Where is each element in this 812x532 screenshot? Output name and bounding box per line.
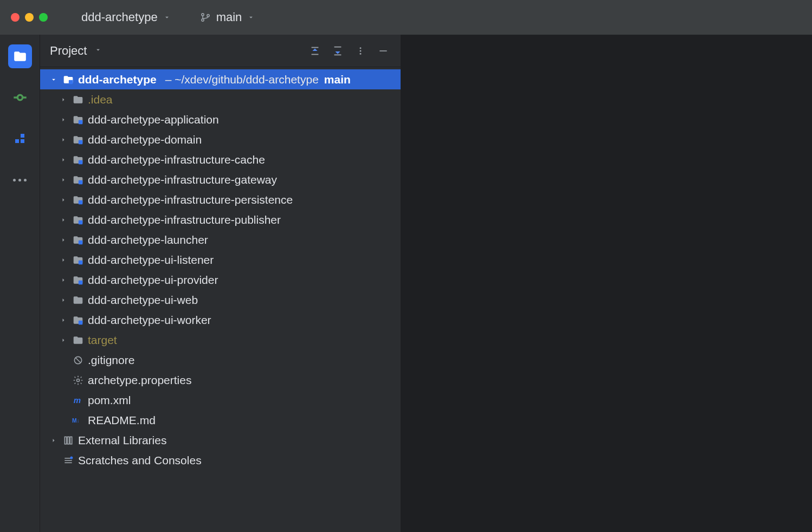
chevron-down-icon — [247, 10, 255, 24]
chevron-right-icon[interactable] — [59, 257, 68, 263]
tree-item[interactable]: ddd-archetype-launcher — [40, 230, 401, 250]
svg-point-26 — [77, 379, 80, 381]
branch-selector[interactable]: main — [194, 7, 262, 28]
svg-rect-19 — [79, 220, 83, 224]
tree-item-label: archetype.properties — [88, 374, 191, 387]
chevron-right-icon[interactable] — [59, 237, 68, 243]
svg-point-2 — [207, 15, 209, 17]
chevron-right-icon[interactable] — [59, 137, 68, 143]
svg-point-3 — [17, 95, 22, 100]
chevron-down-icon[interactable] — [94, 46, 102, 56]
tree-item-label: ddd-archetype-infrastructure-cache — [88, 153, 265, 166]
tree-scratches[interactable]: Scratches and Consoles — [40, 450, 401, 470]
tree-item[interactable]: ddd-archetype-infrastructure-cache — [40, 150, 401, 170]
tree-item[interactable]: ddd-archetype-ui-provider — [40, 270, 401, 290]
maven-file-icon: m — [72, 395, 85, 406]
project-name-label: ddd-archetype — [81, 10, 158, 24]
branch-icon — [200, 12, 211, 23]
module-folder-icon — [72, 275, 85, 286]
expand-all-button[interactable] — [330, 43, 345, 59]
tree-item-label: ddd-archetype-application — [88, 113, 219, 126]
module-folder-icon — [62, 74, 75, 85]
more-icon — [13, 179, 27, 181]
commit-icon — [12, 90, 28, 105]
tree-item-label: External Libraries — [78, 434, 166, 447]
scratches-icon — [62, 455, 75, 466]
tree-root-branch: main — [324, 73, 351, 86]
module-folder-icon — [72, 134, 85, 145]
tree-item[interactable]: ddd-archetype-application — [40, 109, 401, 129]
tree-item[interactable]: archetype.properties — [40, 370, 401, 390]
tree-item-label: ddd-archetype-ui-worker — [88, 314, 211, 327]
svg-line-25 — [75, 358, 81, 363]
chevron-right-icon[interactable] — [59, 197, 68, 203]
editor-area — [401, 35, 812, 532]
chevron-right-icon[interactable] — [59, 277, 68, 283]
module-folder-icon — [72, 255, 85, 265]
project-panel-header: Project — [40, 35, 401, 67]
chevron-right-icon[interactable] — [59, 177, 68, 183]
tree-item-label: .idea — [88, 93, 113, 106]
tree-item[interactable]: ddd-archetype-infrastructure-publisher — [40, 210, 401, 230]
chevron-right-icon[interactable] — [49, 437, 59, 444]
tree-item-label: ddd-archetype-infrastructure-gateway — [88, 173, 277, 186]
tree-item-label: ddd-archetype-domain — [88, 133, 202, 146]
ignore-file-icon — [72, 355, 85, 366]
tree-item[interactable]: mpom.xml — [40, 390, 401, 410]
select-opened-file-button[interactable] — [307, 43, 323, 59]
svg-text:m: m — [74, 395, 81, 405]
svg-rect-31 — [70, 437, 72, 444]
svg-rect-8 — [21, 134, 24, 138]
minimize-window-button[interactable] — [25, 13, 34, 22]
chevron-right-icon[interactable] — [59, 157, 68, 163]
hide-panel-button[interactable] — [376, 43, 391, 59]
svg-point-35 — [70, 456, 73, 459]
tree-item-label: ddd-archetype-ui-web — [88, 294, 198, 307]
svg-rect-17 — [79, 180, 83, 184]
panel-title[interactable]: Project — [50, 44, 87, 58]
folder-icon — [72, 295, 85, 306]
chevron-right-icon[interactable] — [59, 96, 68, 103]
library-icon — [62, 435, 75, 446]
panel-options-button[interactable] — [353, 43, 368, 59]
maximize-window-button[interactable] — [39, 13, 48, 22]
chevron-right-icon[interactable] — [59, 297, 68, 303]
module-folder-icon — [72, 215, 85, 225]
tree-item[interactable]: target — [40, 330, 401, 350]
chevron-right-icon[interactable] — [59, 217, 68, 223]
tree-item[interactable]: ddd-archetype-infrastructure-persistence — [40, 190, 401, 210]
tree-item-label: ddd-archetype-ui-provider — [88, 274, 218, 287]
folder-icon — [13, 49, 27, 63]
chevron-right-icon[interactable] — [59, 317, 68, 323]
chevron-down-icon[interactable] — [49, 76, 59, 83]
tree-item-label: .gitignore — [88, 354, 134, 367]
tree-item-label: README.md — [88, 414, 156, 427]
close-window-button[interactable] — [11, 13, 20, 22]
properties-file-icon — [72, 375, 85, 386]
module-folder-icon — [72, 235, 85, 245]
chevron-right-icon[interactable] — [59, 116, 68, 123]
tree-item[interactable]: ddd-archetype-ui-listener — [40, 250, 401, 270]
tree-item[interactable]: ddd-archetype-infrastructure-gateway — [40, 170, 401, 190]
svg-rect-7 — [21, 139, 24, 143]
svg-rect-23 — [79, 320, 83, 325]
tree-item[interactable]: .gitignore — [40, 350, 401, 370]
more-tools-button[interactable] — [8, 168, 32, 192]
project-tool-button[interactable] — [8, 44, 32, 68]
tree-item[interactable]: M↓README.md — [40, 410, 401, 430]
tree-item[interactable]: ddd-archetype-ui-web — [40, 290, 401, 310]
folder-icon — [72, 335, 85, 346]
chevron-right-icon[interactable] — [59, 337, 68, 343]
project-selector[interactable]: ddd-archetype — [75, 7, 177, 28]
tree-root[interactable]: ddd-archetype – ~/xdev/github/ddd-archet… — [40, 69, 401, 89]
commit-tool-button[interactable] — [8, 86, 32, 109]
tree-external-libraries[interactable]: External Libraries — [40, 430, 401, 450]
tree-item[interactable]: ddd-archetype-ui-worker — [40, 310, 401, 330]
project-tree[interactable]: ddd-archetype – ~/xdev/github/ddd-archet… — [40, 67, 401, 532]
chevron-down-icon — [163, 10, 171, 24]
tree-item[interactable]: .idea — [40, 89, 401, 109]
svg-rect-18 — [79, 200, 83, 204]
tree-item-label: pom.xml — [88, 394, 131, 407]
tree-item[interactable]: ddd-archetype-domain — [40, 129, 401, 150]
structure-tool-button[interactable] — [8, 127, 32, 151]
